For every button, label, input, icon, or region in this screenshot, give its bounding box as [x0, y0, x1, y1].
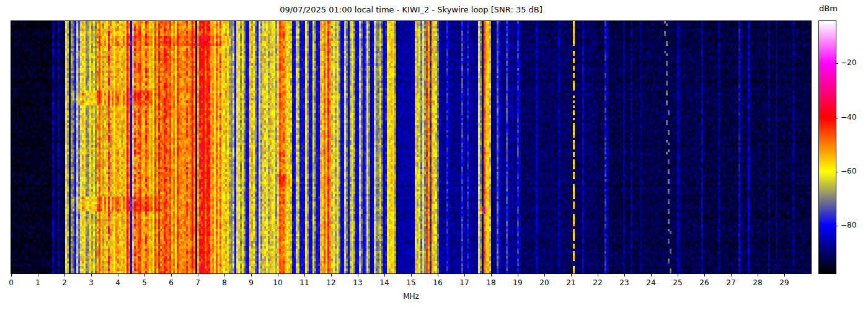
colorbar-tick-label: −60 [841, 167, 856, 175]
x-tick-label: 26 [695, 278, 714, 287]
x-tick-mark [678, 274, 678, 277]
x-tick-label: 15 [402, 278, 420, 287]
x-tick-label: 27 [722, 278, 740, 287]
x-tick-mark [464, 274, 465, 277]
colorbar-tick-mark [836, 172, 838, 172]
x-tick-label: 19 [508, 278, 527, 287]
x-tick-mark [11, 274, 12, 277]
x-tick-mark [118, 274, 118, 277]
colorbar-tick-mark [836, 63, 838, 64]
x-tick-label: 4 [108, 278, 127, 287]
x-tick-label: 0 [2, 278, 20, 287]
x-tick-mark [144, 274, 145, 277]
x-tick-label: 7 [188, 278, 207, 287]
x-tick-label: 21 [562, 278, 580, 287]
x-tick-mark [198, 274, 198, 277]
x-tick-label: 22 [588, 278, 607, 287]
spectrogram-plot-area [11, 20, 812, 274]
colorbar-tick-mark [836, 226, 838, 226]
colorbar-tick-mark [836, 118, 838, 118]
x-tick-label: 12 [322, 278, 340, 287]
colorbar-tick-label: −40 [841, 113, 856, 122]
x-tick-mark [251, 274, 252, 277]
x-tick-label: 14 [375, 278, 394, 287]
x-tick-mark [304, 274, 305, 277]
x-tick-label: 10 [268, 278, 287, 287]
chart-title: 09/07/2025 01:00 local time - KIWI_2 - S… [11, 5, 811, 14]
x-tick-label: 17 [455, 278, 474, 287]
x-tick-label: 9 [242, 278, 260, 287]
x-tick-label: 29 [775, 278, 794, 287]
x-tick-mark [784, 274, 785, 277]
x-tick-label: 6 [162, 278, 180, 287]
x-tick-mark [544, 274, 545, 277]
x-tick-mark [358, 274, 358, 277]
colorbar-tick-label: −20 [841, 58, 856, 67]
x-tick-mark [64, 274, 65, 277]
x-tick-label: 23 [615, 278, 634, 287]
x-tick-label: 13 [348, 278, 367, 287]
x-tick-mark [331, 274, 332, 277]
x-tick-mark [518, 274, 518, 277]
x-tick-label: 18 [482, 278, 500, 287]
x-tick-mark [171, 274, 172, 277]
x-tick-mark [598, 274, 598, 277]
x-tick-label: 11 [295, 278, 314, 287]
x-tick-mark [491, 274, 492, 277]
x-tick-mark [224, 274, 225, 277]
colorbar-tick-label: −80 [841, 221, 856, 229]
x-tick-mark [91, 274, 92, 277]
x-tick-mark [438, 274, 438, 277]
x-tick-mark [384, 274, 385, 277]
x-tick-label: 28 [748, 278, 767, 287]
x-tick-mark [758, 274, 758, 277]
x-tick-mark [731, 274, 732, 277]
colorbar-canvas [819, 21, 836, 273]
x-tick-mark [571, 274, 572, 277]
x-tick-mark [624, 274, 625, 277]
x-tick-label: 1 [29, 278, 47, 287]
x-tick-label: 24 [642, 278, 660, 287]
x-tick-mark [38, 274, 38, 277]
x-tick-label: 8 [215, 278, 234, 287]
colorbar [818, 20, 836, 274]
x-tick-label: 5 [135, 278, 154, 287]
x-tick-mark [704, 274, 705, 277]
x-tick-label: 25 [668, 278, 687, 287]
waterfall-canvas [11, 21, 811, 273]
x-tick-label: 2 [55, 278, 74, 287]
x-axis-label: MHz [11, 292, 811, 301]
x-tick-mark [411, 274, 412, 277]
x-tick-mark [278, 274, 278, 277]
x-tick-mark [651, 274, 652, 277]
spectrogram-figure: 09/07/2025 01:00 local time - KIWI_2 - S… [0, 0, 868, 310]
x-tick-label: 16 [428, 278, 447, 287]
colorbar-unit-label: dBm [811, 4, 846, 13]
x-tick-label: 20 [535, 278, 554, 287]
x-tick-label: 3 [82, 278, 100, 287]
